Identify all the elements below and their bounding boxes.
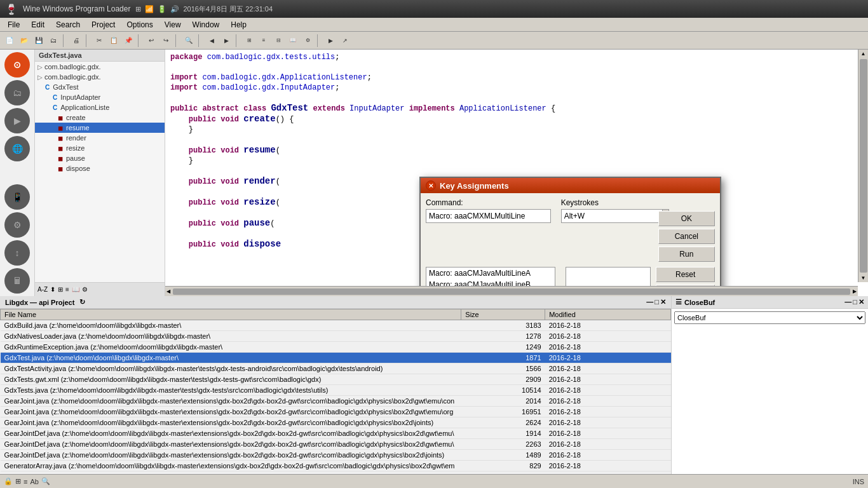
az-btn[interactable]: A-Z [37,286,48,293]
scroll-up-btn[interactable]: ▲ [860,50,867,58]
toolbar-paste[interactable]: 📌 [121,34,135,48]
tree-item[interactable]: ▷ com.badlogic.gdx. [35,62,165,72]
keystroke-input[interactable] [561,209,662,223]
sidebar-calc[interactable]: 🖩 [4,268,30,294]
status-right: INS [853,478,864,485]
table-row[interactable]: GdxRuntimeException.java (z:\home\doom\d… [1,342,671,353]
sidebar-ubuntu[interactable]: ⊙ [4,52,30,78]
menu-edit[interactable]: Edit [26,19,50,30]
table-row[interactable]: GdxTest.java (z:\home\doom\doom\libgdx\l… [1,353,671,363]
toolbar-t4[interactable]: 📖 [286,34,300,48]
table-row[interactable]: GearJoint.java (z:\home\doom\doom\libgdx… [1,396,671,407]
tree-item[interactable]: ▷ com.badlogic.gdx. [35,72,165,82]
tree-item-gdxtest[interactable]: C GdxTest [35,82,165,92]
menu-window[interactable]: Window [187,19,225,30]
sidebar-files[interactable]: 🗂 [4,80,30,105]
tree-item-dispose[interactable]: ◼ dispose [35,163,165,173]
command-input[interactable] [426,209,551,223]
toolbar-open[interactable]: 📂 [17,34,31,48]
maximize-panel-btn[interactable]: □ [654,298,659,306]
toolbar-saveall[interactable]: 🗂 [46,34,60,48]
cell-modified: 2016-2-18 [545,320,671,331]
bottom-panel-title: Libgdx — api Project ↻ — □ ✕ [0,296,671,309]
dialog-close-button[interactable]: ✕ [426,180,436,191]
list-icon[interactable]: ≡ [65,286,69,293]
table-row[interactable]: GdxTests.gwt.xml (z:\home\doom\doom\libg… [1,374,671,385]
editor-scrollbar[interactable]: ▲ ▼ [858,50,868,282]
cancel-button[interactable]: Cancel [658,229,715,244]
toolbar-b1[interactable]: ◀ [205,34,219,48]
right-close-btn[interactable]: ✕ [858,298,864,306]
toolbar-save[interactable]: 💾 [32,34,46,48]
right-panel-select[interactable]: CloseBuf [674,311,865,324]
sidebar-terminal[interactable]: ▶ [4,108,30,133]
close-panel-btn[interactable]: ✕ [660,298,666,306]
table-row[interactable]: GdxNativesLoader.java (z:\home\doom\doom… [1,331,671,342]
editor-hscrollbar[interactable]: ◀ ▶ [165,286,858,296]
toolbar-search[interactable]: 🔍 [182,34,196,48]
table-row[interactable]: GdxTestActivity.java (z:\home\doom\doom\… [1,363,671,374]
hscroll-right-btn[interactable]: ▶ [851,287,858,295]
sort-icon[interactable]: ⬍ [50,286,55,293]
table-row[interactable]: GearJoint.java (z:\home\doom\doom\libgdx… [1,417,671,428]
sidebar-settings[interactable]: ⚙ [4,212,30,238]
toolbar-t1[interactable]: ⊞ [242,34,256,48]
sidebar-firefox[interactable]: 🌐 [4,136,30,161]
keystrokes-label: Keystrokes [561,198,653,207]
toolbar-run[interactable]: ▶ [323,34,337,48]
toolbar-cursor[interactable]: ↗ [338,34,352,48]
menu-help[interactable]: Help [226,19,252,30]
toolbar-b2[interactable]: ▶ [219,34,233,48]
right-maximize-btn[interactable]: □ [853,298,857,306]
toolbar-cut[interactable]: ✂ [92,34,106,48]
command-row: Command: Keystrokes ▲ ▼ [426,198,715,262]
toolbar-print[interactable]: 🖨 [69,34,83,48]
menu-options[interactable]: Options [121,19,158,30]
toolbar-t5[interactable]: ⚙ [301,34,315,48]
table-row[interactable]: GdxBuild.java (z:\home\doom\doom\libgdx\… [1,320,671,331]
bottom-panel-label: Libgdx — api Project [5,299,74,306]
table-row[interactable]: GearJoint.java (z:\home\doom\doom\libgdx… [1,407,671,417]
status-icon-5: 🔍 [41,477,50,485]
settings-icon[interactable]: ⚙ [82,286,88,293]
tree-item-create[interactable]: ◼ create [35,112,165,123]
table-row[interactable]: GearJointDef.java (z:\home\doom\doom\lib… [1,450,671,461]
table-row[interactable]: GearJointDef.java (z:\home\doom\doom\lib… [1,439,671,450]
toolbar-new[interactable]: 📄 [3,34,17,48]
toolbar-copy[interactable]: 📋 [107,34,121,48]
ok-button[interactable]: OK [658,211,715,226]
grid-icon[interactable]: ⊞ [58,286,63,293]
menu-search[interactable]: Search [51,19,85,30]
toolbar-t2[interactable]: ≡ [257,34,271,48]
list-item[interactable]: Macro: aaaCMJavaMultiLineA [426,268,555,279]
tree-item-resize[interactable]: ◼ resize [35,143,165,153]
menu-file[interactable]: File [3,19,25,30]
scroll-thumb[interactable] [860,59,867,273]
menu-view[interactable]: View [159,19,186,30]
tree-item-inputadapter[interactable]: C InputAdapter [35,92,165,102]
minimize-panel-btn[interactable]: — [646,298,653,306]
menu-project[interactable]: Project [86,19,120,30]
run-button[interactable]: Run [658,247,715,262]
right-minimize-btn[interactable]: — [844,298,851,306]
toolbar-redo[interactable]: ↪ [159,34,173,48]
scroll-down-btn[interactable]: ▼ [860,274,867,282]
toolbar-t3[interactable]: ⊟ [271,34,285,48]
tree-item-resume[interactable]: ◼ resume [35,123,165,133]
sidebar-android[interactable]: 📱 [4,184,30,210]
table-row[interactable]: GdxTests.java (z:\home\doom\doom\libgdx\… [1,385,671,396]
table-row[interactable]: GeneratorArray.java (z:\home\doom\doom\l… [1,461,671,471]
sidebar-ftp[interactable]: ↕ [4,240,30,266]
hscroll-thumb[interactable] [173,288,850,295]
table-row[interactable]: GearJointDef.java (z:\home\doom\doom\lib… [1,428,671,439]
tree-label: ApplicationListe [60,104,109,111]
tree-item-appllistener[interactable]: C ApplicationListe [35,102,165,112]
tree-item-pause[interactable]: ◼ pause [35,153,165,163]
system-titlebar: 🍷 Wine Windows Program Loader ⊞ 📶 🔋 🔊 20… [0,0,868,18]
tree-item-render[interactable]: ◼ render [35,133,165,143]
wifi-icon: 📶 [145,5,154,13]
reset-button[interactable]: Reset [656,267,715,282]
hscroll-left-btn[interactable]: ◀ [165,287,172,295]
book-icon[interactable]: 📖 [72,286,79,293]
toolbar-undo[interactable]: ↩ [144,34,158,48]
